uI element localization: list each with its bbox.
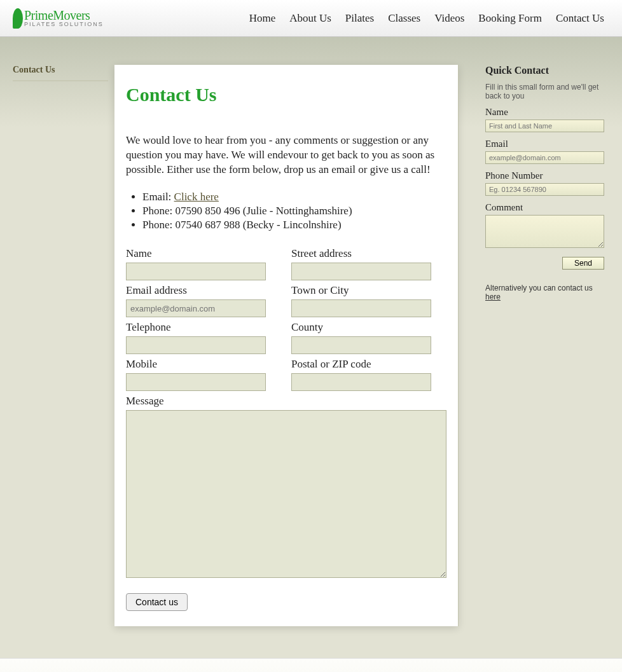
nav-pilates[interactable]: Pilates (345, 12, 374, 25)
message-input[interactable] (126, 410, 446, 578)
telephone-input[interactable] (126, 336, 266, 354)
label-telephone: Telephone (126, 321, 266, 334)
quick-alt-link[interactable]: here (485, 292, 501, 301)
nav-classes[interactable]: Classes (388, 12, 420, 25)
qc-label-email: Email (485, 139, 604, 149)
left-sidebar: Contact Us (13, 65, 114, 626)
label-email: Email address (126, 284, 266, 297)
qc-name-input[interactable] (485, 120, 604, 132)
logo-subtitle: PILATES SOLUTIONS (24, 22, 104, 27)
label-county: County (291, 321, 431, 334)
right-sidebar: Quick Contact Fill in this small form an… (458, 65, 604, 626)
street-input[interactable] (291, 263, 431, 280)
qc-label-name: Name (485, 107, 604, 118)
contact-us-button[interactable]: Contact us (126, 593, 188, 611)
contact-list: Email: Click here Phone: 07590 850 496 (… (126, 190, 446, 232)
email-input[interactable] (126, 299, 266, 317)
zip-input[interactable] (291, 373, 431, 391)
label-mobile: Mobile (126, 358, 266, 371)
mobile-input[interactable] (126, 373, 266, 391)
header: PrimeMovers PILATES SOLUTIONS Home About… (0, 0, 622, 37)
main-content: Contact Us We would love to hear from yo… (114, 65, 458, 626)
logo-icon (13, 8, 23, 29)
nav-home[interactable]: Home (249, 12, 276, 25)
nav-videos[interactable]: Videos (434, 12, 464, 25)
contact-phone1: Phone: 07590 850 496 (Julie - Nottingham… (142, 204, 446, 218)
label-zip: Postal or ZIP code (291, 358, 431, 371)
nav-booking[interactable]: Booking Form (478, 12, 542, 25)
contact-email: Email: Click here (142, 190, 446, 204)
label-town: Town or City (291, 284, 431, 297)
contact-form: Name Email address Telephone Mobile Stre… (126, 247, 446, 584)
qc-label-phone: Phone Number (485, 170, 604, 181)
logo-text: PrimeMovers (24, 9, 104, 22)
label-message: Message (126, 395, 446, 408)
contact-phone2: Phone: 07540 687 988 (Becky - Lincolnshi… (142, 218, 446, 232)
label-name: Name (126, 247, 266, 260)
intro-text: We would love to hear from you - any com… (126, 134, 446, 177)
nav-contact[interactable]: Contact Us (556, 12, 604, 25)
label-street: Street address (291, 247, 431, 260)
town-input[interactable] (291, 299, 431, 317)
quick-sub: Fill in this small form and we'll get ba… (485, 83, 604, 100)
qc-label-comment: Comment (485, 202, 604, 213)
main-nav: Home About Us Pilates Classes Videos Boo… (249, 12, 609, 25)
qc-email-input[interactable] (485, 151, 604, 164)
page-title: Contact Us (126, 84, 446, 106)
qc-phone-input[interactable] (485, 183, 604, 196)
email-link[interactable]: Click here (174, 191, 219, 203)
county-input[interactable] (291, 336, 431, 354)
nav-about[interactable]: About Us (289, 12, 331, 25)
send-button[interactable]: Send (562, 257, 604, 270)
quick-alt: Alternatively you can contact us here (485, 284, 604, 301)
sidebar-title: Contact Us (13, 65, 108, 81)
name-input[interactable] (126, 263, 266, 280)
quick-title: Quick Contact (485, 65, 604, 76)
qc-comment-input[interactable] (485, 215, 604, 248)
footer: Home| Contact Us| Terms and Conditions| … (0, 658, 622, 672)
logo[interactable]: PrimeMovers PILATES SOLUTIONS (13, 8, 104, 29)
